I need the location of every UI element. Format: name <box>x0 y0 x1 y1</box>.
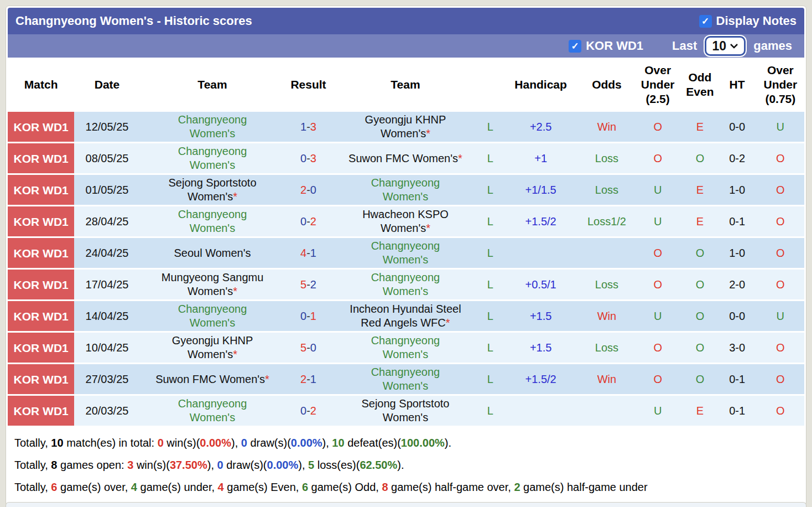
ht-score: 0-2 <box>718 143 757 173</box>
match-date: 28/04/25 <box>74 206 139 236</box>
league-badge: KOR WD1 <box>8 270 74 299</box>
odds-result: Loss <box>580 270 633 299</box>
home-team: Changnyeong Women's <box>140 301 285 331</box>
team-star-marker: * <box>426 222 430 234</box>
ht-score: 0-0 <box>718 112 757 142</box>
result-score: 5-2 <box>285 270 331 299</box>
next-section-edge <box>6 502 806 507</box>
match-date: 12/05/25 <box>74 112 139 142</box>
away-team: Incheon Hyundai Steel Red Angels WFC* <box>332 301 480 331</box>
last-label: Last <box>672 39 697 53</box>
handicap-value: +0.5/1 <box>501 270 580 299</box>
table-row: KOR WD1 24/04/25 Seoul Women's 4-1 Chang… <box>8 238 804 268</box>
historic-scores-panel: Changnyeong Women's - Historic scores ✓ … <box>6 6 806 506</box>
over-under-075: O <box>757 206 804 236</box>
away-team: Hwacheon KSPO Women's* <box>332 206 480 236</box>
match-date: 08/05/25 <box>74 143 139 173</box>
ht-score: 0-1 <box>718 396 757 426</box>
league-badge: KOR WD1 <box>8 364 74 394</box>
odds-result: Loss1/2 <box>580 206 633 236</box>
over-under-25: O <box>633 143 682 173</box>
over-under-25: O <box>633 238 682 268</box>
team-star-marker: * <box>458 152 462 164</box>
table-row: KOR WD1 12/05/25 Changnyeong Women's 1-3… <box>8 112 804 142</box>
odds-result: Loss <box>580 175 633 205</box>
team-star-marker: * <box>426 127 430 139</box>
over-under-25: U <box>633 396 682 426</box>
over-under-075: O <box>757 396 804 426</box>
league-filter-checkbox[interactable]: ✓ <box>569 40 581 53</box>
games-label: games <box>753 39 792 53</box>
games-count-value: 10 <box>712 39 726 54</box>
col-odds: Odds <box>580 59 633 110</box>
table-row: KOR WD1 01/05/25 Sejong Sportstoto Women… <box>8 175 804 205</box>
home-team: Mungyeong Sangmu Women's* <box>140 270 285 299</box>
ht-score: 1-0 <box>718 238 757 268</box>
away-team: Changnyeong Women's <box>332 364 480 394</box>
odds-result: Win <box>580 112 633 142</box>
ht-score: 3-0 <box>718 333 757 363</box>
display-notes-label: Display Notes <box>716 14 797 28</box>
col-match: Match <box>8 59 74 110</box>
away-team: Changnyeong Women's <box>332 175 480 205</box>
col-result: Result <box>285 59 331 110</box>
page-title: Changnyeong Women's - Historic scores <box>15 14 252 28</box>
table-header-row: Match Date Team Result Team Handicap Odd… <box>8 59 804 110</box>
ht-score: 0-1 <box>718 206 757 236</box>
odds-result: Win <box>580 301 633 331</box>
team-star-marker: * <box>265 373 269 385</box>
over-under-25: O <box>633 364 682 394</box>
odd-even: O <box>682 270 717 299</box>
home-team: Gyeongju KHNP Women's* <box>140 333 285 363</box>
handicap-value: +1/1.5 <box>501 175 580 205</box>
away-team: Changnyeong Women's <box>332 333 480 363</box>
col-over-under-25: Over Under (2.5) <box>633 59 682 110</box>
result-score: 0-1 <box>285 301 331 331</box>
home-team: Seoul Women's <box>140 238 285 268</box>
ht-score: 1-0 <box>718 175 757 205</box>
match-date: 20/03/25 <box>74 396 139 426</box>
handicap-value: +2.5 <box>501 112 580 142</box>
over-under-25: O <box>633 333 682 363</box>
result-letter: L <box>479 396 501 426</box>
league-filter-label: KOR WD1 <box>586 39 643 53</box>
over-under-075: O <box>757 175 804 205</box>
ht-score: 0-1 <box>718 364 757 394</box>
handicap-value: +1.5 <box>501 301 580 331</box>
col-letter <box>479 59 501 110</box>
odd-even: E <box>682 112 717 142</box>
home-team: Changnyeong Women's <box>140 112 285 142</box>
games-count-select[interactable]: 10 <box>705 36 746 56</box>
totals-summary: Totally, 10 match(es) in total: 0 win(s)… <box>8 427 804 504</box>
handicap-value: +1 <box>501 143 580 173</box>
odd-even: O <box>682 143 717 173</box>
odds-result: Loss <box>580 143 633 173</box>
team-star-marker: * <box>446 317 450 329</box>
over-under-075: O <box>757 238 804 268</box>
handicap-value: +1.5 <box>501 333 580 363</box>
away-team: Gyeongju KHNP Women's* <box>332 112 480 142</box>
handicap-value <box>501 396 580 426</box>
table-row: KOR WD1 10/04/25 Gyeongju KHNP Women's* … <box>8 333 804 363</box>
odds-result <box>580 238 633 268</box>
match-date: 10/04/25 <box>74 333 139 363</box>
over-under-25: O <box>633 112 682 142</box>
league-badge: KOR WD1 <box>8 301 74 331</box>
over-under-075: O <box>757 333 804 363</box>
over-under-25: O <box>633 270 682 299</box>
league-badge: KOR WD1 <box>8 143 74 173</box>
over-under-075: O <box>757 270 804 299</box>
summary-over-under: Totally, 6 game(s) over, 4 game(s) under… <box>14 476 798 498</box>
result-score: 0-2 <box>285 396 331 426</box>
result-letter: L <box>479 270 501 299</box>
result-letter: L <box>479 112 501 142</box>
ht-score: 0-0 <box>718 301 757 331</box>
league-badge: KOR WD1 <box>8 175 74 205</box>
home-team: Changnyeong Women's <box>140 143 285 173</box>
table-row: KOR WD1 27/03/25 Suwon FMC Women's* 2-1 … <box>8 364 804 394</box>
table-row: KOR WD1 28/04/25 Changnyeong Women's 0-2… <box>8 206 804 236</box>
col-home-team: Team <box>140 59 285 110</box>
team-star-marker: * <box>233 190 237 203</box>
display-notes-checkbox[interactable]: ✓ <box>699 15 712 28</box>
away-team: Suwon FMC Women's* <box>332 143 480 173</box>
